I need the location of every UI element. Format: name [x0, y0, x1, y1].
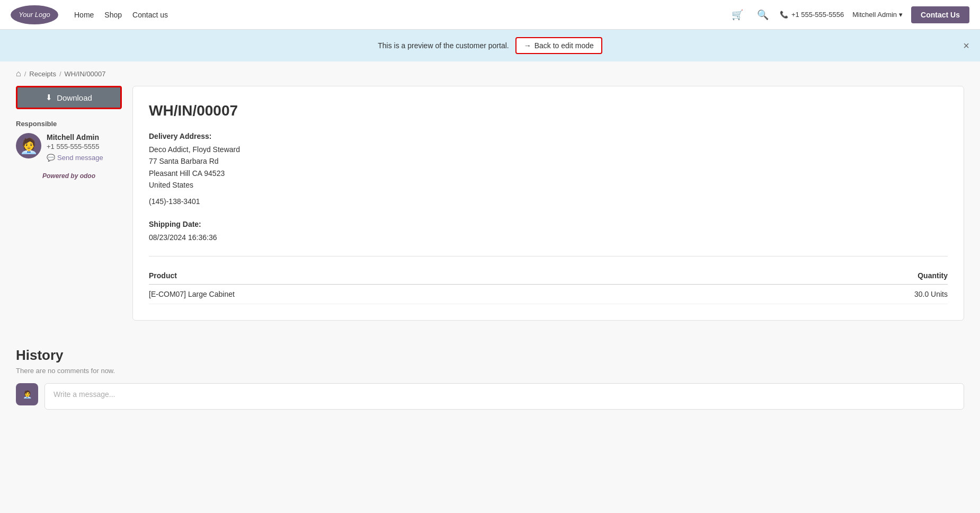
responsible-name: Mitchell Admin — [47, 133, 103, 141]
delivery-street: 77 Santa Barbara Rd — [149, 155, 948, 167]
delivery-city: Pleasant Hill CA 94523 — [149, 167, 948, 179]
search-button[interactable]: 🔍 — [754, 6, 771, 23]
shipping-date-section: Shipping Date: 08/23/2024 16:36:36 — [149, 220, 948, 243]
nav-shop[interactable]: Shop — [104, 11, 122, 19]
message-avatar: 🧑‍💼 — [16, 383, 38, 405]
breadcrumb-current: WH/IN/00007 — [65, 70, 106, 78]
cart-button[interactable]: 🛒 — [729, 6, 746, 23]
message-avatar-face: 🧑‍💼 — [23, 390, 32, 399]
powered-by-label: Powered by — [42, 172, 78, 180]
phone-icon: 📞 — [780, 11, 788, 19]
breadcrumb: ⌂ / Receipts / WH/IN/00007 — [0, 61, 980, 86]
breadcrumb-receipts[interactable]: Receipts — [29, 70, 56, 78]
message-input-area: 🧑‍💼 Write a message... — [16, 383, 964, 410]
product-cell: [E-COM07] Large Cabinet — [149, 285, 724, 304]
receipt-divider — [149, 256, 948, 256]
download-label: Download — [57, 93, 92, 102]
product-table: Product Quantity [E-COM07] Large Cabinet… — [149, 267, 948, 304]
chevron-down-icon: ▾ — [899, 11, 903, 19]
responsible-section: Responsible 🧑‍💼 Mitchell Admin +1 555-55… — [16, 120, 122, 162]
quantity-cell: 30.0 Units — [724, 285, 948, 304]
home-icon: ⌂ — [16, 69, 21, 78]
back-to-edit-button[interactable]: → Back to edit mode — [515, 37, 602, 54]
avatar: 🧑‍💼 — [16, 133, 41, 158]
delivery-address-value: Deco Addict, Floyd Steward 77 Santa Barb… — [149, 144, 948, 207]
delivery-country: United States — [149, 179, 948, 191]
avatar-face: 🧑‍💼 — [20, 137, 38, 155]
contact-us-button[interactable]: Contact Us — [911, 6, 969, 23]
message-icon: 💬 — [47, 154, 55, 162]
breadcrumb-sep-2: / — [59, 70, 61, 78]
nav-home[interactable]: Home — [74, 11, 94, 19]
message-placeholder: Write a message... — [54, 390, 115, 399]
navbar-links: Home Shop Contact us — [74, 11, 729, 19]
delivery-phone: (145)-138-3401 — [149, 196, 948, 207]
sidebar: ⬇ Download Responsible 🧑‍💼 Mitchell Admi… — [16, 86, 122, 321]
responsible-details: Mitchell Admin +1 555-555-5555 💬 Send me… — [47, 133, 103, 162]
history-title: History — [16, 347, 964, 364]
history-empty: There are no comments for now. — [16, 367, 964, 375]
preview-banner-text: This is a preview of the customer portal… — [378, 41, 509, 50]
send-message-label: Send message — [57, 154, 103, 162]
navbar-right: 🛒 🔍 📞 +1 555-555-5556 Mitchell Admin ▾ C… — [729, 6, 969, 23]
preview-close-button[interactable]: × — [963, 40, 969, 52]
shipping-date-value: 08/23/2024 16:36:36 — [149, 232, 948, 243]
col-product: Product — [149, 267, 724, 285]
nav-contact-us[interactable]: Contact us — [132, 11, 168, 19]
logo-oval: Your Logo — [11, 5, 58, 24]
arrow-icon: → — [524, 41, 531, 50]
preview-banner: This is a preview of the customer portal… — [0, 30, 980, 61]
message-input[interactable]: Write a message... — [44, 383, 964, 410]
responsible-info: 🧑‍💼 Mitchell Admin +1 555-555-5555 💬 Sen… — [16, 133, 122, 162]
responsible-label: Responsible — [16, 120, 122, 128]
logo[interactable]: Your Logo — [11, 5, 58, 24]
responsible-phone: +1 555-555-5555 — [47, 143, 103, 151]
breadcrumb-home[interactable]: ⌂ — [16, 69, 21, 78]
back-to-edit-label: Back to edit mode — [534, 41, 594, 50]
history-section: History There are no comments for now. 🧑… — [0, 337, 980, 420]
user-name: Mitchell Admin — [852, 11, 897, 19]
delivery-address-label: Delivery Address: — [149, 132, 948, 140]
receipt-title: WH/IN/00007 — [149, 102, 948, 119]
breadcrumb-sep-1: / — [24, 70, 26, 78]
user-menu[interactable]: Mitchell Admin ▾ — [852, 11, 903, 19]
phone-display: 📞 +1 555-555-5556 — [780, 11, 844, 19]
content-card: WH/IN/00007 Delivery Address: Deco Addic… — [132, 86, 964, 321]
table-row: [E-COM07] Large Cabinet 30.0 Units — [149, 285, 948, 304]
powered-by-brand: odoo — [80, 172, 95, 180]
main-layout: ⬇ Download Responsible 🧑‍💼 Mitchell Admi… — [0, 86, 980, 337]
shipping-date-label: Shipping Date: — [149, 220, 948, 228]
powered-by: Powered by odoo — [16, 172, 122, 180]
col-quantity: Quantity — [724, 267, 948, 285]
delivery-name: Deco Addict, Floyd Steward — [149, 144, 948, 155]
download-icon: ⬇ — [46, 93, 52, 102]
logo-text: Your Logo — [19, 11, 50, 19]
delivery-address-section: Delivery Address: Deco Addict, Floyd Ste… — [149, 132, 948, 207]
send-message-link[interactable]: 💬 Send message — [47, 154, 103, 162]
download-button[interactable]: ⬇ Download — [16, 86, 122, 109]
phone-number: +1 555-555-5556 — [791, 11, 844, 19]
navbar: Your Logo Home Shop Contact us 🛒 🔍 📞 +1 … — [0, 0, 980, 30]
